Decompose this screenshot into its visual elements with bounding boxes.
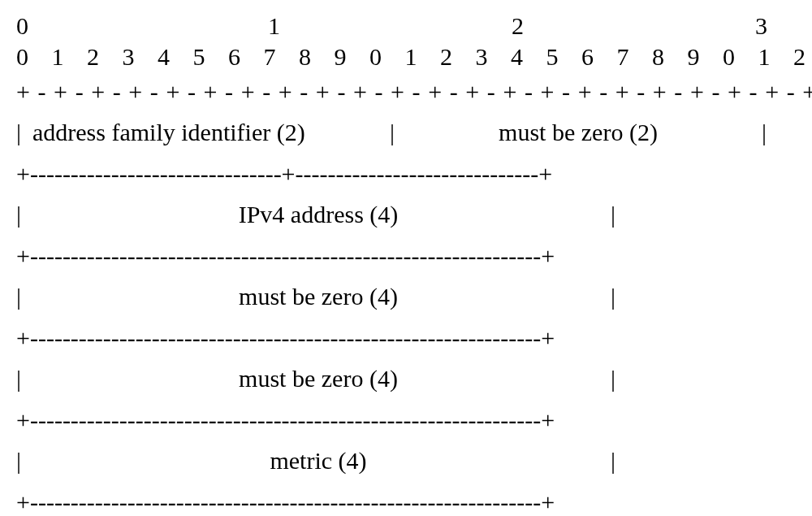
field-zero-2: must be zero (2) [400, 119, 757, 146]
ruler-3: 3 [524, 12, 767, 40]
pipe-icon: | [16, 119, 26, 146]
separator-split: +-------------------------------+-------… [16, 158, 796, 189]
field-row-3: | must be zero (4) | [16, 271, 796, 322]
separator-bottom: +---------------------------------------… [16, 486, 796, 516]
field-row-5: | metric (4) | [16, 436, 796, 486]
field-row-2: | IPv4 address (4) | [16, 189, 796, 240]
separator: +---------------------------------------… [16, 240, 796, 271]
field-afi: address family identifier (2) [26, 119, 390, 146]
pipe-icon: | [757, 119, 767, 146]
pipe-icon: | [390, 119, 400, 146]
separator: +---------------------------------------… [16, 322, 796, 353]
pipe-icon: | [16, 447, 26, 475]
pipe-icon: | [611, 201, 620, 228]
pipe-icon: | [611, 365, 620, 392]
field-metric: metric (4) [26, 447, 611, 475]
ruler-0: 0 [16, 12, 37, 40]
bit-ruler-major: 0 1 2 3 [16, 12, 796, 40]
pipe-icon: | [611, 447, 620, 475]
field-row-1: | address family identifier (2) | must b… [16, 107, 796, 158]
ruler-2: 2 [280, 12, 524, 40]
field-row-4: | must be zero (4) | [16, 353, 796, 404]
separator: +---------------------------------------… [16, 404, 796, 436]
pipe-icon: | [16, 201, 26, 228]
bit-ruler-minor: 0 1 2 3 4 5 6 7 8 9 0 1 2 3 4 5 6 7 8 9 … [16, 43, 796, 71]
pipe-icon: | [16, 365, 26, 392]
field-zero-4b: must be zero (4) [26, 365, 611, 392]
field-ipv4: IPv4 address (4) [26, 201, 611, 228]
pipe-icon: | [16, 283, 26, 310]
field-zero-4a: must be zero (4) [26, 283, 611, 310]
pipe-icon: | [611, 283, 620, 310]
border-top: +-+-+-+-+-+-+-+-+-+-+-+-+-+-+-+-+-+-+-+-… [16, 76, 796, 107]
ruler-1: 1 [37, 12, 280, 40]
